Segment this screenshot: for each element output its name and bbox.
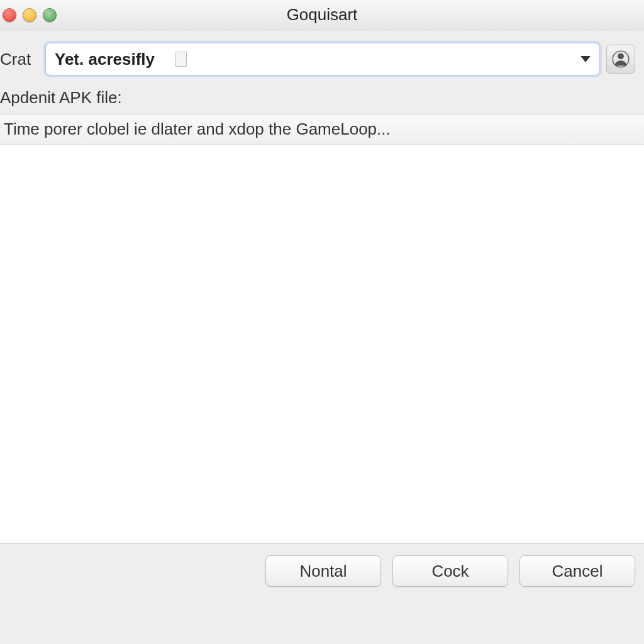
cock-button[interactable]: Cock xyxy=(392,555,508,587)
crat-combobox-value: Yet. acresifly xyxy=(55,50,155,69)
close-window-button[interactable] xyxy=(3,8,16,22)
titlebar: Goquisart xyxy=(0,0,644,30)
chevron-down-icon xyxy=(580,56,591,62)
dialog-button-row: Nontal Cock Cancel xyxy=(0,544,644,598)
toolbar-row: Crat Yet. acresifly xyxy=(0,30,644,84)
profile-icon xyxy=(612,50,630,68)
minimize-window-button[interactable] xyxy=(23,8,36,22)
window-controls xyxy=(0,8,57,22)
cancel-button[interactable]: Cancel xyxy=(519,555,635,587)
combo-cursor-marker xyxy=(175,52,187,67)
nontal-button[interactable]: Nontal xyxy=(265,555,381,587)
combo-wrap: Yet. acresifly xyxy=(45,43,600,75)
svg-point-0 xyxy=(618,53,624,59)
zoom-window-button[interactable] xyxy=(43,8,57,22)
profile-button[interactable] xyxy=(606,45,635,74)
list-header: Time porer clobel ie dlater and xdop the… xyxy=(0,114,644,145)
apk-file-label: Apdenit APK file: xyxy=(0,84,644,114)
crat-combobox[interactable]: Yet. acresifly xyxy=(45,43,600,75)
apk-file-list[interactable]: Time porer clobel ie dlater and xdop the… xyxy=(0,114,644,544)
window-title: Goquisart xyxy=(0,5,644,25)
crat-label: Crat xyxy=(0,50,39,69)
